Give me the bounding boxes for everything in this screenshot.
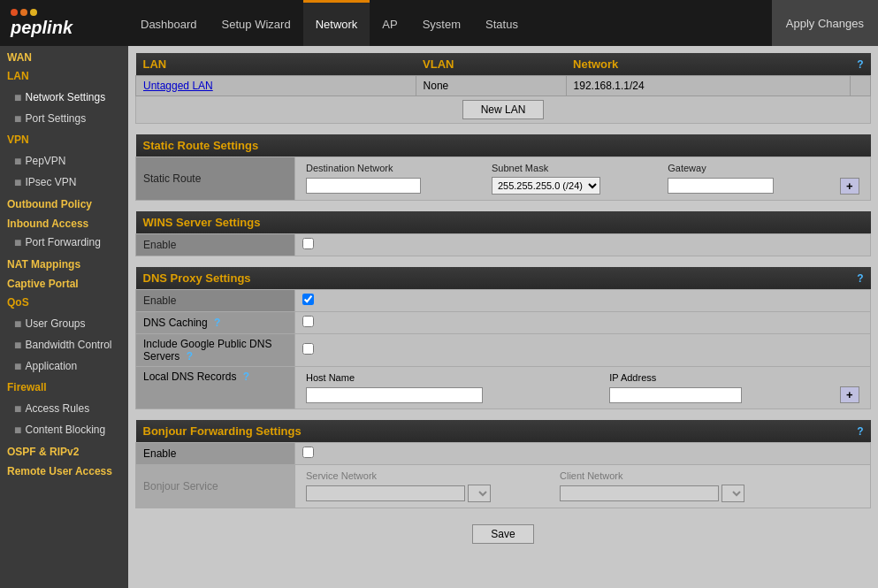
bonjour-service-label: Bonjour Service bbox=[136, 465, 295, 508]
service-network-select[interactable] bbox=[468, 485, 491, 502]
logo: peplink bbox=[11, 9, 73, 38]
sidebar-item-bandwidth-control[interactable]: ■ Bandwidth Control bbox=[0, 334, 128, 355]
bullet-icon: ■ bbox=[14, 111, 21, 126]
dns-google-row: Include Google Public DNS Servers ? bbox=[136, 334, 871, 367]
add-static-route-button[interactable]: + bbox=[840, 178, 859, 195]
static-route-add-cell: + bbox=[836, 175, 863, 196]
save-button[interactable]: Save bbox=[472, 524, 533, 544]
sidebar-item-network-settings[interactable]: ■ Network Settings bbox=[0, 87, 128, 108]
sidebar-section-inbound[interactable]: Inbound Access bbox=[0, 212, 128, 232]
nav-ap[interactable]: AP bbox=[370, 0, 409, 46]
gateway-header: Gateway bbox=[664, 161, 836, 175]
subnet-mask-header: Subnet Mask bbox=[488, 161, 664, 175]
client-network-input[interactable] bbox=[560, 485, 719, 501]
bonjour-action-header bbox=[810, 469, 863, 483]
sidebar-section-lan[interactable]: LAN bbox=[0, 65, 128, 87]
lan-help-icon[interactable]: ? bbox=[850, 53, 870, 76]
ip-address-input[interactable] bbox=[609, 387, 742, 403]
lan-name-cell: Untagged LAN bbox=[136, 76, 416, 96]
wins-enable-cell bbox=[295, 234, 871, 256]
sidebar-section-captive[interactable]: Captive Portal bbox=[0, 272, 128, 292]
bonjour-service-header-row: Service Network Client Network bbox=[302, 469, 863, 483]
nav-dashboard[interactable]: Dashboard bbox=[128, 0, 210, 46]
sidebar-section-remote-user[interactable]: Remote User Access bbox=[0, 460, 128, 479]
nav-setup-wizard[interactable]: Setup Wizard bbox=[210, 0, 303, 46]
client-network-select[interactable] bbox=[721, 485, 744, 502]
dns-local-help-icon[interactable]: ? bbox=[243, 370, 249, 383]
sidebar-label-port-settings: Port Settings bbox=[25, 112, 86, 125]
nav-status[interactable]: Status bbox=[473, 0, 531, 46]
dns-caching-checkbox[interactable] bbox=[302, 316, 314, 327]
wins-enable-checkbox[interactable] bbox=[302, 238, 314, 249]
sidebar-label-pepvpn: PepVPN bbox=[25, 155, 65, 167]
lan-new-cell: New LAN bbox=[136, 96, 871, 124]
apply-changes-button[interactable]: Apply Changes bbox=[772, 0, 878, 46]
nav-network[interactable]: Network bbox=[303, 0, 370, 46]
lan-header-row: LAN VLAN Network ? bbox=[136, 53, 871, 76]
sidebar-section-wan[interactable]: WAN bbox=[0, 46, 128, 65]
dns-google-help-icon[interactable]: ? bbox=[187, 350, 193, 363]
add-dns-record-button[interactable]: + bbox=[840, 386, 859, 403]
dns-enable-row: Enable bbox=[136, 290, 871, 312]
dns-caching-help-icon[interactable]: ? bbox=[214, 317, 220, 329]
dns-caching-row: DNS Caching ? bbox=[136, 312, 871, 334]
ip-address-cell bbox=[606, 385, 836, 405]
sidebar-item-user-groups[interactable]: ■ User Groups bbox=[0, 313, 128, 334]
dns-google-checkbox[interactable] bbox=[302, 343, 314, 355]
dns-local-row: Local DNS Records ? Host Name IP Address bbox=[136, 367, 871, 409]
dns-google-cell bbox=[295, 334, 871, 367]
wins-enable-row: Enable bbox=[136, 234, 871, 256]
apply-changes-label: Apply Changes bbox=[786, 17, 864, 30]
dns-caching-label: DNS Caching bbox=[143, 317, 208, 329]
sidebar-section-qos[interactable]: QoS bbox=[0, 292, 128, 313]
sidebar-item-port-forwarding[interactable]: ■ Port Forwarding bbox=[0, 232, 128, 253]
sidebar-section-nat[interactable]: NAT Mappings bbox=[0, 253, 128, 272]
subnet-mask-select[interactable]: 255.255.255.0 (/24) bbox=[492, 177, 600, 195]
sidebar-label-ipsec: IPsec VPN bbox=[25, 176, 76, 188]
bullet-icon: ■ bbox=[14, 90, 21, 104]
bonjour-enable-checkbox[interactable] bbox=[302, 447, 314, 458]
wins-table: WINS Server Settings Enable bbox=[135, 211, 871, 256]
dns-enable-checkbox[interactable] bbox=[302, 294, 314, 305]
dest-network-header: Destination Network bbox=[302, 161, 488, 175]
dot-yellow bbox=[30, 9, 37, 16]
sidebar-item-pepvpn[interactable]: ■ PepVPN bbox=[0, 150, 128, 172]
bonjour-help-icon[interactable]: ? bbox=[850, 420, 870, 443]
service-network-input[interactable] bbox=[306, 485, 465, 501]
bonjour-table: Bonjour Forwarding Settings ? Enable Bon… bbox=[135, 420, 871, 508]
host-name-input[interactable] bbox=[306, 387, 483, 403]
dns-help-icon[interactable]: ? bbox=[850, 267, 870, 290]
sidebar-label-content-blocking: Content Blocking bbox=[25, 424, 105, 436]
sidebar-item-application[interactable]: ■ Application bbox=[0, 355, 128, 377]
dot-orange bbox=[20, 9, 27, 16]
untagged-lan-link[interactable]: Untagged LAN bbox=[143, 80, 213, 92]
service-network-header: Service Network bbox=[302, 469, 556, 483]
bullet-icon: ■ bbox=[14, 359, 21, 373]
bonjour-title: Bonjour Forwarding Settings bbox=[136, 420, 851, 443]
bonjour-enable-row: Enable bbox=[136, 443, 871, 465]
wins-enable-label: Enable bbox=[136, 234, 295, 256]
gateway-input[interactable] bbox=[668, 178, 774, 194]
save-row: Save bbox=[135, 519, 871, 549]
dest-network-input[interactable] bbox=[306, 178, 421, 194]
new-lan-button[interactable]: New LAN bbox=[462, 100, 545, 119]
static-route-input-row: 255.255.255.0 (/24) + bbox=[302, 175, 863, 196]
dns-google-label: Include Google Public DNS Servers bbox=[143, 338, 271, 363]
sidebar-section-firewall[interactable]: Firewall bbox=[0, 377, 128, 398]
sidebar-section-ospf[interactable]: OSPF & RIPv2 bbox=[0, 440, 128, 460]
static-route-table: Static Route Settings Static Route Desti… bbox=[135, 134, 871, 201]
sidebar-item-port-settings[interactable]: ■ Port Settings bbox=[0, 108, 128, 129]
dest-network-cell bbox=[302, 175, 488, 196]
sidebar-label-application: Application bbox=[25, 360, 77, 372]
static-route-header: Static Route Settings bbox=[136, 134, 871, 157]
static-route-title: Static Route Settings bbox=[136, 134, 871, 157]
sidebar-item-access-rules[interactable]: ■ Access Rules bbox=[0, 398, 128, 419]
nav-system[interactable]: System bbox=[410, 0, 473, 46]
sidebar: WAN LAN ■ Network Settings ■ Port Settin… bbox=[0, 46, 128, 588]
sidebar-section-outbound[interactable]: Outbound Policy bbox=[0, 193, 128, 212]
lan-action-cell bbox=[850, 76, 870, 96]
sidebar-item-content-blocking[interactable]: ■ Content Blocking bbox=[0, 419, 128, 440]
sidebar-section-vpn[interactable]: VPN bbox=[0, 129, 128, 150]
dns-local-label-cell: Local DNS Records ? bbox=[136, 367, 295, 409]
sidebar-item-ipsec[interactable]: ■ IPsec VPN bbox=[0, 172, 128, 193]
